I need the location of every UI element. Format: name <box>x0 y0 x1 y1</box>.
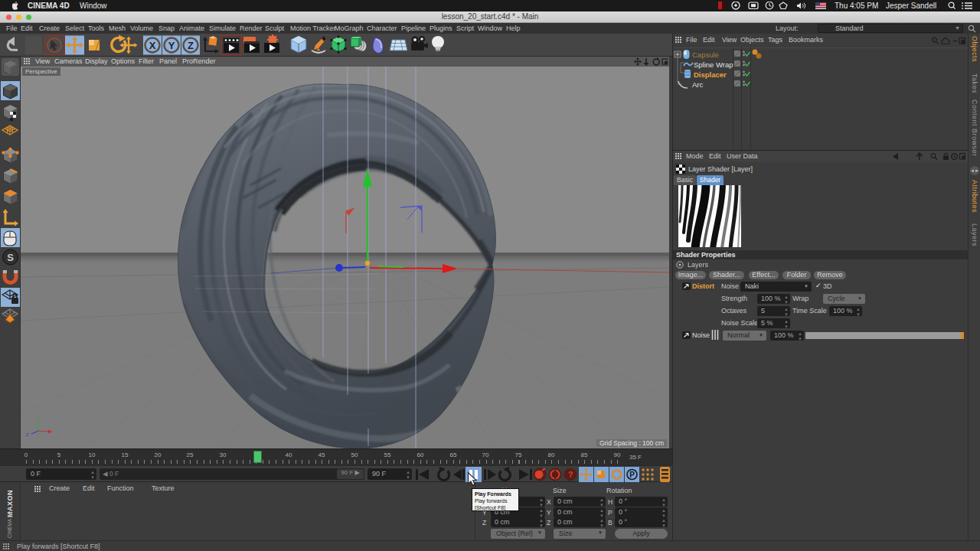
svg-text:Y: Y <box>168 40 175 51</box>
svg-text:Displacer: Displacer <box>694 70 727 79</box>
svg-text:?: ? <box>568 470 573 479</box>
svg-text:Z: Z <box>188 40 194 51</box>
svg-text:Capsule: Capsule <box>692 51 719 59</box>
svg-text:X: X <box>149 40 156 51</box>
svg-text:Z: Z <box>26 432 29 437</box>
svg-text:P: P <box>629 471 635 479</box>
svg-text:Arc: Arc <box>692 80 704 89</box>
svg-text:Spline Wrap: Spline Wrap <box>694 60 733 69</box>
svg-text:S: S <box>7 252 14 263</box>
svg-text:Y: Y <box>37 413 40 418</box>
